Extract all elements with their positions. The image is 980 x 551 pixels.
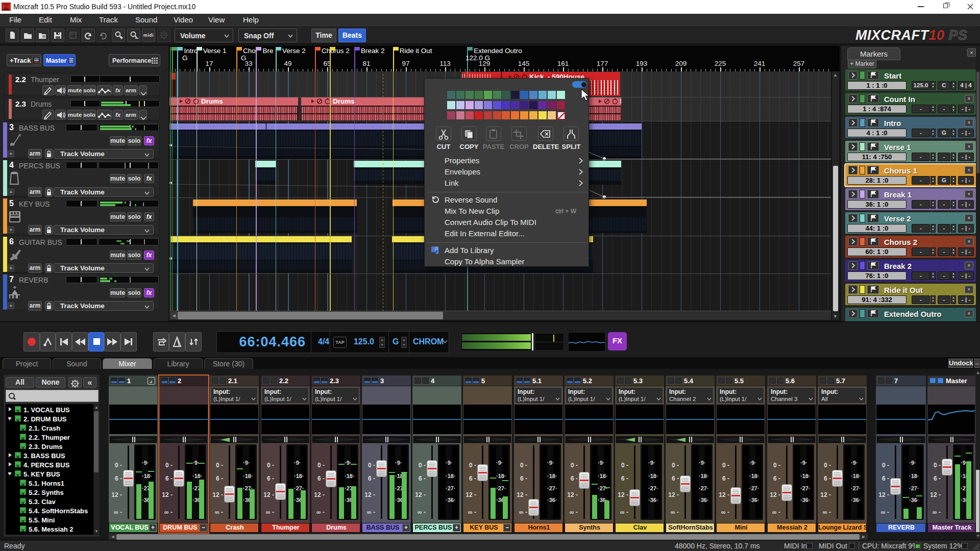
svg-text:♫: ♫	[436, 251, 438, 254]
